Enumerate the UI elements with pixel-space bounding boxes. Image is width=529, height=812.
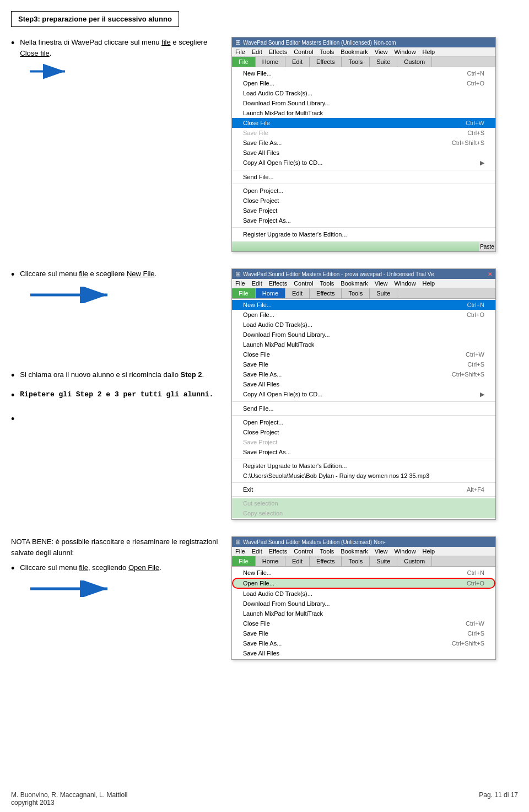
ss1-tab-edit[interactable]: Edit (285, 57, 310, 67)
ss1-paste-btn[interactable]: Paste (479, 241, 495, 251)
ss2-menu-file[interactable]: File (235, 280, 245, 287)
ss2-menu-edit[interactable]: Edit (252, 280, 262, 287)
ss1-item-closeproject[interactable]: Close Project (232, 196, 495, 206)
ss1-tab-tools[interactable]: Tools (342, 57, 370, 67)
ss3-item-download[interactable]: Download From Sound Library... (232, 599, 495, 609)
ss2-menu-tools[interactable]: Tools (320, 280, 334, 287)
ss2-tab-home[interactable]: Home (256, 288, 285, 298)
ss3-item-download-label: Download From Sound Library... (243, 600, 330, 607)
ss3-menu-bookmark[interactable]: Bookmark (341, 548, 368, 555)
ss2-tab-file[interactable]: File (232, 288, 256, 298)
ss1-item-saveall[interactable]: Save All Files (232, 148, 495, 158)
ss2-item-sendfile[interactable]: Send File... (232, 404, 495, 413)
ss2-menu-bookmark[interactable]: Bookmark (341, 280, 368, 287)
ss3-menu-view[interactable]: View (375, 548, 388, 555)
ss1-item-launch[interactable]: Launch MixPad for MultiTrack (232, 108, 495, 118)
ss1-item-download[interactable]: Download From Sound Library... (232, 98, 495, 108)
ss1-menu-tools[interactable]: Tools (320, 49, 334, 55)
ss2-item-copy[interactable]: Copy selection (232, 508, 495, 518)
ss3-item-launch[interactable]: Launch MixPad for MultiTrack (232, 609, 495, 619)
ss1-item-saveprojectas[interactable]: Save Project As... (232, 216, 495, 225)
ss2-close-btn[interactable]: ✕ (488, 271, 492, 277)
ss1-item-openfile[interactable]: Open File... Ctrl+O (232, 78, 495, 88)
ss1-item-savefileas[interactable]: Save File As... Ctrl+Shift+S (232, 138, 495, 148)
ss1-menu-view[interactable]: View (375, 49, 388, 55)
ss2-item-closefile[interactable]: Close File Ctrl+W (232, 349, 495, 359)
ss1-menu-effects[interactable]: Effects (269, 49, 287, 55)
ss3-menu-help[interactable]: Help (423, 548, 435, 555)
ss2-tab-edit[interactable]: Edit (285, 288, 310, 298)
ss2-menu-control[interactable]: Control (294, 280, 313, 287)
ss2-menu-view[interactable]: View (375, 280, 388, 287)
ss3-item-closefile[interactable]: Close File Ctrl+W (232, 619, 495, 628)
ss1-tab-effects[interactable]: Effects (310, 57, 342, 67)
ss2-tab-effects[interactable]: Effects (310, 288, 342, 298)
ss3-tab-file[interactable]: File (232, 556, 256, 566)
ss1-item-openproject[interactable]: Open Project... (232, 186, 495, 196)
ss3-item-saveall[interactable]: Save All Files (232, 648, 495, 658)
ss1-item-register[interactable]: Register Upgrade to Master's Edition... (232, 229, 495, 239)
ss2-item-download[interactable]: Download From Sound Library... (232, 330, 495, 340)
ss2-tab-tools[interactable]: Tools (342, 288, 370, 298)
ss2-item-register[interactable]: Register Upgrade to Master's Edition... (232, 461, 495, 471)
ss1-tab-suite[interactable]: Suite (370, 57, 397, 67)
ss1-tab-file[interactable]: File (232, 57, 256, 67)
ss3-tab-effects[interactable]: Effects (310, 556, 342, 566)
section1: • Nella finestra di WavePad cliccare sul… (11, 37, 512, 252)
ss2-item-closefile-label: Close File (243, 351, 270, 358)
ss2-item-saveproject[interactable]: Save Project (232, 437, 495, 447)
ss1-item-newfile[interactable]: New File... Ctrl+N (232, 68, 495, 78)
ss2-item-closefile-shortcut: Ctrl+W (466, 351, 484, 358)
ss3-item-openfile[interactable]: Open File... Ctrl+O (232, 578, 495, 589)
ss3-item-savefile[interactable]: Save File Ctrl+S (232, 628, 495, 638)
ss2-item-saveall[interactable]: Save All Files (232, 379, 495, 389)
ss2-item-recent[interactable]: C:\Users\Scuola\Music\Bob Dylan - Rainy … (232, 471, 495, 481)
ss1-item-saveproject[interactable]: Save Project (232, 206, 495, 216)
ss3-item-newfile[interactable]: New File... Ctrl+N (232, 568, 495, 578)
ss2-item-exit[interactable]: Exit Alt+F4 (232, 485, 495, 494)
ss3-menu-edit[interactable]: Edit (252, 548, 262, 555)
ss1-menu-window[interactable]: Window (394, 49, 415, 55)
ss3-menu-file[interactable]: File (235, 548, 245, 555)
ss1-item-loadcd[interactable]: Load Audio CD Track(s)... (232, 88, 495, 98)
ss1-item-closefile[interactable]: Close File Ctrl+W (232, 118, 495, 128)
ss1-item-copycd[interactable]: Copy All Open File(s) to CD... ▶ (232, 158, 495, 168)
ss3-tab-tools[interactable]: Tools (342, 556, 370, 566)
ss1-menu-file[interactable]: File (235, 49, 245, 55)
ss2-item-saveprojectas[interactable]: Save Project As... (232, 447, 495, 457)
ss3-item-savefileas[interactable]: Save File As... Ctrl+Shift+S (232, 638, 495, 648)
ss3-tab-home[interactable]: Home (256, 556, 285, 566)
ss2-item-loadcd[interactable]: Load Audio CD Track(s)... (232, 320, 495, 330)
ss1-menu-control[interactable]: Control (294, 49, 313, 55)
ss2-menu-help[interactable]: Help (423, 280, 435, 287)
ss2-item-openfile[interactable]: Open File... Ctrl+O (232, 310, 495, 320)
ss2-tab-suite[interactable]: Suite (370, 288, 397, 298)
ss2-item-launch[interactable]: Launch MixPad MultiTrack (232, 340, 495, 349)
ss1-tab-custom[interactable]: Custom (397, 57, 432, 67)
ss1-menu-help[interactable]: Help (423, 49, 435, 55)
ss3-tab-edit[interactable]: Edit (285, 556, 310, 566)
ss2-item-savefile[interactable]: Save File Ctrl+S (232, 359, 495, 369)
ss2-menu-window[interactable]: Window (394, 280, 415, 287)
ss2-item-cut[interactable]: Cut selection (232, 498, 495, 508)
ss2-menu-effects[interactable]: Effects (269, 280, 287, 287)
ss1-item-savefile[interactable]: Save File Ctrl+S (232, 128, 495, 138)
ss2-item-closeproject[interactable]: Close Project (232, 427, 495, 437)
step-header-text: Step3: preparazione per il successivo al… (18, 15, 172, 23)
ss1-tab-home[interactable]: Home (256, 57, 285, 67)
ss1-menu-bookmark[interactable]: Bookmark (341, 49, 368, 55)
ss2-item-openproject[interactable]: Open Project... (232, 417, 495, 427)
ss3-menu-effects[interactable]: Effects (269, 548, 287, 555)
ss3-tab-suite[interactable]: Suite (370, 556, 397, 566)
ss2-item-savefileas[interactable]: Save File As... Ctrl+Shift+S (232, 369, 495, 379)
ss3-menu-control[interactable]: Control (294, 548, 313, 555)
ss1-item-sendfile[interactable]: Send File... (232, 172, 495, 182)
screenshot2: ⊞ WavePad Sound Editor Masters Edition -… (231, 268, 496, 520)
ss1-menu-edit[interactable]: Edit (252, 49, 262, 55)
ss2-item-newfile[interactable]: New File... Ctrl+N (232, 300, 495, 310)
ss2-item-copycd[interactable]: Copy All Open File(s) to CD... ▶ (232, 389, 495, 400)
ss3-menu-window[interactable]: Window (394, 548, 415, 555)
ss3-item-loadcd[interactable]: Load Audio CD Track(s)... (232, 589, 495, 599)
ss3-tab-custom[interactable]: Custom (397, 556, 432, 566)
ss3-menu-tools[interactable]: Tools (320, 548, 334, 555)
